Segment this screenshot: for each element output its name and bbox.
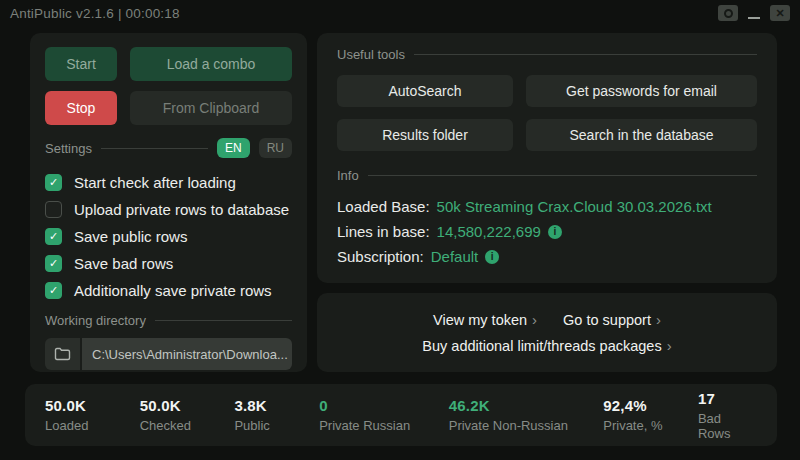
subscription-row: Subscription: Default i bbox=[337, 244, 757, 269]
close-icon: ✕ bbox=[775, 7, 784, 20]
info-icon[interactable]: i bbox=[548, 225, 562, 239]
lines-in-base-label: Lines in base: bbox=[337, 223, 430, 240]
checkbox-upload-private-rows[interactable]: ✓ Upload private rows to database bbox=[45, 196, 292, 223]
settings-label: Settings bbox=[45, 141, 92, 156]
useful-tools-label: Useful tools bbox=[337, 47, 405, 62]
stat-value: 3.8K bbox=[234, 397, 319, 414]
load-combo-button[interactable]: Load a combo bbox=[130, 47, 292, 81]
info-icon[interactable]: i bbox=[485, 250, 499, 264]
checkbox-save-bad-rows[interactable]: ✓ Save bad rows bbox=[45, 250, 292, 277]
autosearch-button[interactable]: AutoSearch bbox=[337, 75, 513, 107]
stats-bar: 50.0K Loaded 50.0K Checked 3.8K Public 0… bbox=[25, 384, 777, 446]
stat-value: 17 bbox=[698, 390, 757, 407]
check-icon: ✓ bbox=[49, 284, 58, 297]
tools-panel: Useful tools AutoSearch Get passwords fo… bbox=[317, 33, 777, 283]
check-icon: ✓ bbox=[49, 176, 58, 189]
chevron-right-icon: › bbox=[532, 311, 537, 328]
stat-label: Bad Rows bbox=[698, 411, 757, 441]
stat-label: Loaded bbox=[45, 418, 140, 433]
get-passwords-button[interactable]: Get passwords for email bbox=[526, 75, 757, 107]
checkbox-box[interactable]: ✓ bbox=[45, 201, 62, 218]
control-panel: Start Load a combo Stop From Clipboard S… bbox=[30, 33, 307, 372]
divider bbox=[414, 54, 757, 55]
stat-label: Private Non-Russian bbox=[449, 418, 604, 433]
checkbox-label: Save bad rows bbox=[74, 255, 173, 272]
stat-value: 92,4% bbox=[603, 397, 698, 414]
go-to-support-label: Go to support bbox=[563, 312, 651, 328]
stat-private-russian: 0 Private Russian bbox=[319, 397, 449, 433]
checkbox-box[interactable]: ✓ bbox=[45, 228, 62, 245]
divider bbox=[101, 148, 208, 149]
close-button[interactable]: ✕ bbox=[770, 5, 790, 21]
circle-icon bbox=[724, 9, 733, 18]
chevron-right-icon: › bbox=[667, 337, 672, 354]
links-row-top: View my token › Go to support › bbox=[433, 311, 661, 328]
checkbox-start-check-after-loading[interactable]: ✓ Start check after loading bbox=[45, 169, 292, 196]
minimize-icon bbox=[748, 17, 760, 19]
minimize-button[interactable] bbox=[747, 5, 761, 21]
info-label: Info bbox=[337, 168, 359, 183]
checkbox-box[interactable]: ✓ bbox=[45, 174, 62, 191]
titlebar: AntiPublic v2.1.6 | 00:00:18 ✕ bbox=[0, 0, 800, 26]
stat-label: Checked bbox=[140, 418, 235, 433]
loaded-base-row: Loaded Base: 50k Streaming Crax.Cloud 30… bbox=[337, 194, 757, 219]
working-directory-path[interactable]: C:\Users\Administrator\Downloa... bbox=[82, 338, 292, 370]
stat-public: 3.8K Public bbox=[234, 397, 319, 433]
check-icon: ✓ bbox=[49, 257, 58, 270]
stat-value: 50.0K bbox=[45, 397, 140, 414]
useful-tools-header: Useful tools bbox=[337, 47, 757, 62]
checkbox-save-public-rows[interactable]: ✓ Save public rows bbox=[45, 223, 292, 250]
stat-label: Private Russian bbox=[319, 418, 449, 433]
stat-checked: 50.0K Checked bbox=[140, 397, 235, 433]
links-row-bottom: Buy additional limit/threads packages › bbox=[422, 337, 671, 354]
loaded-base-label: Loaded Base: bbox=[337, 198, 430, 215]
info-rows: Loaded Base: 50k Streaming Crax.Cloud 30… bbox=[337, 194, 757, 269]
subscription-value: Default bbox=[431, 248, 479, 265]
stat-private-percent: 92,4% Private, % bbox=[603, 397, 698, 433]
language-ru-button[interactable]: RU bbox=[259, 138, 292, 158]
stat-value: 0 bbox=[319, 397, 449, 414]
stat-value: 50.0K bbox=[140, 397, 235, 414]
checkbox-box[interactable]: ✓ bbox=[45, 282, 62, 299]
view-token-label: View my token bbox=[433, 312, 527, 328]
browse-folder-button[interactable] bbox=[45, 338, 82, 370]
stat-bad-rows: 17 Bad Rows bbox=[698, 390, 757, 441]
checkbox-box[interactable]: ✓ bbox=[45, 255, 62, 272]
divider bbox=[155, 320, 292, 321]
view-token-link[interactable]: View my token › bbox=[433, 311, 537, 328]
stat-value: 46.2K bbox=[449, 397, 604, 414]
go-to-support-link[interactable]: Go to support › bbox=[563, 311, 661, 328]
tools-grid: AutoSearch Get passwords for email Resul… bbox=[337, 75, 757, 151]
working-directory-label: Working directory bbox=[45, 313, 146, 328]
buy-packages-label: Buy additional limit/threads packages bbox=[422, 338, 661, 354]
stat-private-non-russian: 46.2K Private Non-Russian bbox=[449, 397, 604, 433]
circle-window-button[interactable] bbox=[718, 5, 738, 21]
settings-checkbox-list: ✓ Start check after loading ✓ Upload pri… bbox=[45, 169, 292, 304]
checkbox-additionally-save-private-rows[interactable]: ✓ Additionally save private rows bbox=[45, 277, 292, 304]
from-clipboard-button[interactable]: From Clipboard bbox=[130, 91, 292, 125]
working-directory-header: Working directory bbox=[45, 313, 292, 328]
stat-label: Public bbox=[234, 418, 319, 433]
language-en-button[interactable]: EN bbox=[217, 138, 250, 158]
window-controls: ✕ bbox=[718, 5, 790, 21]
settings-header: Settings EN RU bbox=[45, 138, 292, 158]
info-header: Info bbox=[337, 168, 757, 183]
stop-button[interactable]: Stop bbox=[45, 91, 117, 125]
lines-in-base-value: 14,580,222,699 bbox=[437, 223, 541, 240]
check-icon: ✓ bbox=[49, 230, 58, 243]
app-title: AntiPublic v2.1.6 | 00:00:18 bbox=[10, 6, 180, 21]
buy-packages-link[interactable]: Buy additional limit/threads packages › bbox=[422, 337, 671, 354]
results-folder-button[interactable]: Results folder bbox=[337, 119, 513, 151]
stat-loaded: 50.0K Loaded bbox=[45, 397, 140, 433]
start-button[interactable]: Start bbox=[45, 47, 117, 81]
checkbox-label: Upload private rows to database bbox=[74, 201, 289, 218]
working-directory-row: C:\Users\Administrator\Downloa... bbox=[45, 338, 292, 370]
checkbox-label: Start check after loading bbox=[74, 174, 236, 191]
folder-icon bbox=[54, 347, 71, 361]
stat-label: Private, % bbox=[603, 418, 698, 433]
checkbox-label: Save public rows bbox=[74, 228, 187, 245]
search-database-button[interactable]: Search in the database bbox=[526, 119, 757, 151]
loaded-base-value: 50k Streaming Crax.Cloud 30.03.2026.txt bbox=[437, 198, 712, 215]
lines-in-base-row: Lines in base: 14,580,222,699 i bbox=[337, 219, 757, 244]
chevron-right-icon: › bbox=[656, 311, 661, 328]
